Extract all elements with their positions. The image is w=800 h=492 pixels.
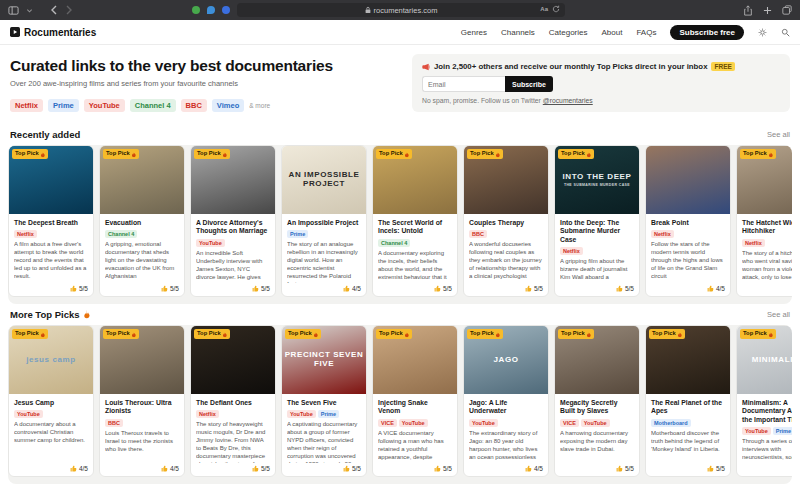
- new-tab-icon[interactable]: [763, 6, 772, 15]
- extension-icon-blue[interactable]: [222, 6, 230, 14]
- channel-chip-netflix[interactable]: Netflix: [10, 99, 43, 112]
- thumbs-up-icon: [434, 465, 441, 472]
- doc-card[interactable]: Top Pick The Hatchet Wielding Hitchhiker…: [736, 145, 792, 297]
- top-pick-badge: Top Pick: [376, 329, 412, 339]
- site-logo[interactable]: Rocumentaries: [10, 27, 96, 38]
- channel-chip-channel-4[interactable]: Channel 4: [130, 99, 176, 112]
- card-title: Into the Deep: The Submarine Murder Case: [560, 219, 634, 244]
- rating: 5/5: [378, 465, 452, 472]
- site-header: Rocumentaries GenresChannelsCategoriesAb…: [0, 20, 800, 45]
- nav-link-categories[interactable]: Categories: [549, 28, 588, 37]
- channel-chip-vimeo[interactable]: Vimeo: [212, 99, 244, 112]
- top-pick-badge: Top Pick: [103, 149, 139, 159]
- theme-toggle-icon[interactable]: [758, 28, 767, 37]
- card-description: A captivating documentary about a group …: [287, 421, 361, 463]
- rating: 4/5: [651, 285, 725, 292]
- nav-link-faqs[interactable]: FAQs: [636, 28, 656, 37]
- thumbs-up-icon: [70, 285, 77, 292]
- address-bar[interactable]: rocumentaries.com Aa: [237, 3, 565, 17]
- chevron-down-icon[interactable]: [26, 7, 33, 14]
- doc-card[interactable]: AN IMPOSSIBLE PROJECT An Impossible Proj…: [281, 145, 367, 297]
- subscribe-free-button[interactable]: Subscribe free: [670, 25, 744, 40]
- thumbnail: [646, 146, 730, 214]
- page-settings-icon[interactable]: Aa: [540, 6, 548, 12]
- card-title: The Deepest Breath: [14, 219, 88, 227]
- thumbnail: Top Pick: [191, 146, 275, 214]
- sidebar-toggle-icon[interactable]: [8, 5, 19, 16]
- email-field[interactable]: [422, 76, 505, 92]
- doc-card[interactable]: Top Pick jesus camp Jesus Camp YouTube A…: [8, 325, 94, 477]
- doc-card[interactable]: Top Pick Couples Therapy BBC A wonderful…: [463, 145, 549, 297]
- doc-card[interactable]: Top Pick JAGO Jago: A Life Underwater Yo…: [463, 325, 549, 477]
- extension-icon-drop[interactable]: [207, 6, 215, 14]
- card-description: An incredible Soft Underbelly interview …: [196, 250, 270, 283]
- doc-card[interactable]: Top Pick A Divorce Attorney's Thoughts o…: [190, 145, 276, 297]
- channel-chip-youtube: YouTube: [469, 419, 498, 427]
- nav-link-about[interactable]: About: [602, 28, 623, 37]
- card-shelf: Top Pick The Deepest Breath Netflix A fi…: [8, 145, 792, 304]
- rating: 5/5: [196, 465, 270, 472]
- extension-icon-green[interactable]: [192, 6, 200, 14]
- doc-card[interactable]: Top Pick The Secret World of Incels: Unt…: [372, 145, 458, 297]
- card-title: Injecting Snake Venom: [378, 399, 452, 416]
- top-pick-badge: Top Pick: [194, 149, 230, 159]
- doc-card[interactable]: Top Pick Megacity Secretly Built by Slav…: [554, 325, 640, 477]
- rating: 5/5: [196, 285, 270, 292]
- see-all-link[interactable]: See all: [767, 130, 790, 139]
- card-description: Louis Theroux travels to Israel to meet …: [105, 430, 179, 463]
- thumbs-up-icon: [525, 465, 532, 472]
- tab-overview-icon[interactable]: [782, 5, 792, 15]
- thumbnail-title-text: JAGO: [464, 326, 548, 394]
- see-all-link[interactable]: See all: [767, 310, 790, 319]
- card-description: A gripping film about the bizarre death …: [560, 258, 634, 283]
- thumbs-up-icon: [161, 465, 168, 472]
- doc-card[interactable]: Top Pick Louis Theroux: Ultra Zionists B…: [99, 325, 185, 477]
- channel-chip-vice: VICE: [560, 419, 579, 427]
- thumbnail: Top Pick: [737, 146, 792, 214]
- thumbnail: Top Pick: [464, 146, 548, 214]
- channel-chip-bbc[interactable]: BBC: [181, 99, 207, 112]
- card-section: More Top Picks See all Top Pick jesus ca…: [0, 309, 800, 484]
- channel-chip-youtube[interactable]: YouTube: [84, 99, 125, 112]
- thumbs-up-icon: [343, 285, 350, 292]
- newsletter-footnote: No spam, promise. Follow us on Twitter @…: [422, 97, 780, 104]
- rating: 4/5: [287, 285, 361, 292]
- subscribe-button[interactable]: Subscribe: [505, 76, 553, 92]
- forward-button[interactable]: [65, 5, 73, 15]
- thumbnail-title-text: AN IMPOSSIBLE PROJECT: [282, 146, 366, 214]
- search-icon[interactable]: [781, 28, 790, 37]
- thumbs-up-icon: [616, 285, 623, 292]
- doc-card[interactable]: Top Pick The Deepest Breath Netflix A fi…: [8, 145, 94, 297]
- twitter-handle-link[interactable]: @rocumentaries: [543, 97, 593, 104]
- channel-chip-prime: Prime: [287, 230, 308, 238]
- thumbnail-title-text: PRECINCT SEVEN FIVE: [282, 326, 366, 394]
- thumbs-up-icon: [343, 465, 350, 472]
- doc-card[interactable]: Top Pick INTO THE DEEPTHE SUBMARINE MURD…: [554, 145, 640, 297]
- lock-icon: [365, 6, 371, 14]
- more-channels-link[interactable]: & more: [249, 102, 270, 109]
- nav-link-channels[interactable]: Channels: [501, 28, 535, 37]
- card-description: A film about a free diver's attempt to b…: [14, 241, 88, 283]
- doc-card[interactable]: Top Pick PRECINCT SEVEN FIVE The Seven F…: [281, 325, 367, 477]
- card-title: The Real Planet of the Apes: [651, 399, 725, 416]
- source-badges: BBC: [469, 230, 543, 238]
- channel-chip-prime[interactable]: Prime: [48, 99, 79, 112]
- source-badges: Netflix: [14, 230, 88, 238]
- free-badge: FREE: [711, 62, 734, 71]
- card-shelf: Top Pick jesus camp Jesus Camp YouTube A…: [8, 325, 792, 484]
- doc-card[interactable]: Top Pick The Defiant Ones Netflix The st…: [190, 325, 276, 477]
- source-badges: YouTubePrime: [742, 427, 792, 435]
- doc-card[interactable]: Top Pick Evacuation Channel 4 A gripping…: [99, 145, 185, 297]
- doc-card[interactable]: Top Pick Injecting Snake Venom VICEYouTu…: [372, 325, 458, 477]
- reload-icon[interactable]: [552, 5, 560, 13]
- source-badges: Netflix: [560, 247, 634, 255]
- doc-card[interactable]: Break Point Netflix Follow the stars of …: [645, 145, 731, 297]
- nav-link-genres[interactable]: Genres: [461, 28, 487, 37]
- rating: 4/5: [14, 465, 88, 472]
- doc-card[interactable]: Top Pick MINIMALISM Minimalism: A Docume…: [736, 325, 792, 477]
- doc-card[interactable]: Top Pick The Real Planet of the Apes Mot…: [645, 325, 731, 477]
- share-icon[interactable]: [743, 5, 753, 16]
- rating: 4/5: [469, 465, 543, 472]
- card-title: Evacuation: [105, 219, 179, 227]
- back-button[interactable]: [50, 5, 58, 15]
